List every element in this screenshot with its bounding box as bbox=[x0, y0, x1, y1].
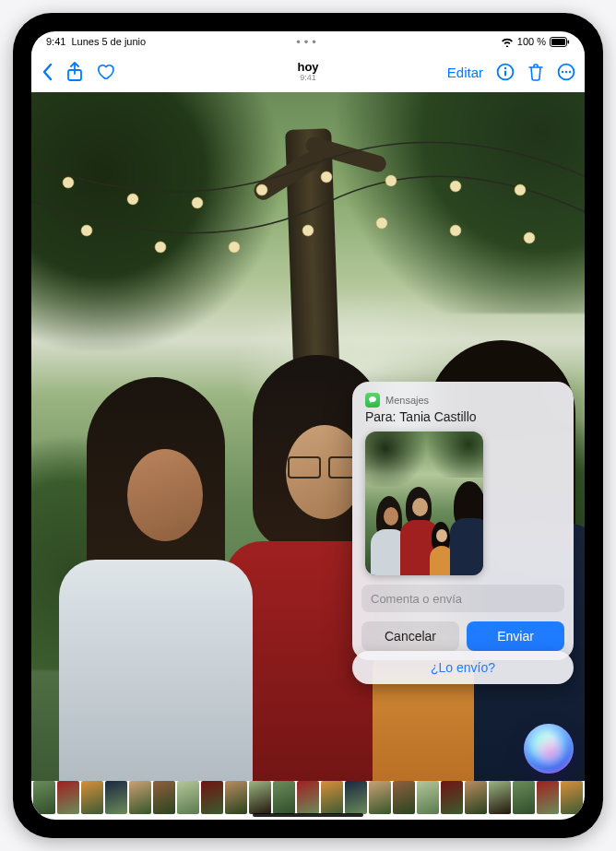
thumbnail[interactable] bbox=[369, 781, 391, 814]
thumbnail[interactable] bbox=[513, 781, 535, 814]
edit-button[interactable]: Editar bbox=[447, 65, 483, 80]
photo-tree-trunk bbox=[285, 128, 340, 388]
share-card-header: Mensajes bbox=[365, 393, 561, 408]
share-to-prefix: Para: bbox=[365, 409, 399, 424]
thumbnail[interactable] bbox=[561, 781, 583, 814]
share-comment-input[interactable] bbox=[361, 585, 564, 612]
thumbnail[interactable] bbox=[345, 781, 367, 814]
svg-point-9 bbox=[565, 71, 567, 73]
nav-bar: hoy 9:41 Editar bbox=[31, 52, 585, 92]
share-preview-thumbnail[interactable] bbox=[365, 431, 483, 575]
siri-orb[interactable] bbox=[524, 724, 574, 774]
status-right: 100 % bbox=[501, 36, 570, 47]
favorite-button[interactable] bbox=[96, 64, 114, 80]
thumbnail[interactable] bbox=[489, 781, 511, 814]
thumbnail[interactable] bbox=[441, 781, 463, 814]
svg-point-8 bbox=[562, 71, 563, 73]
photo-person bbox=[41, 394, 243, 781]
thumbnail[interactable] bbox=[153, 781, 175, 814]
messages-app-icon bbox=[365, 393, 380, 408]
send-button[interactable]: Enviar bbox=[467, 621, 564, 651]
battery-icon bbox=[550, 37, 570, 47]
nav-title: hoy bbox=[297, 61, 318, 74]
photo-foliage bbox=[308, 92, 585, 313]
thumbnail[interactable] bbox=[33, 781, 55, 814]
battery-percent: 100 % bbox=[517, 36, 546, 47]
status-bar: 9:41 Lunes 5 de junio ••• 100 % bbox=[31, 31, 585, 52]
home-indicator[interactable] bbox=[253, 813, 363, 817]
share-to-name: Tania Castillo bbox=[399, 409, 476, 424]
more-button[interactable] bbox=[557, 63, 575, 81]
cancel-button[interactable]: Cancelar bbox=[361, 621, 459, 651]
nav-right-group: Editar bbox=[447, 63, 575, 81]
thumbnail[interactable] bbox=[129, 781, 151, 814]
thumbnail[interactable] bbox=[57, 781, 79, 814]
thumbnail[interactable] bbox=[537, 781, 559, 814]
trash-button[interactable] bbox=[527, 63, 544, 81]
info-button[interactable] bbox=[496, 63, 515, 81]
nav-title-group: hoy 9:41 bbox=[297, 61, 318, 83]
siri-share-card: Mensajes Para: Tania Castillo bbox=[352, 382, 574, 660]
status-left: 9:41 Lunes 5 de junio bbox=[46, 36, 146, 47]
svg-rect-2 bbox=[568, 40, 570, 43]
thumbnail[interactable] bbox=[273, 781, 295, 814]
thumbnail[interactable] bbox=[105, 781, 127, 814]
svg-rect-1 bbox=[551, 39, 565, 45]
wifi-icon bbox=[501, 37, 514, 47]
thumbnail-strip[interactable] bbox=[31, 781, 585, 814]
svg-point-5 bbox=[504, 67, 506, 69]
thumbnail[interactable] bbox=[465, 781, 487, 814]
thumbnail[interactable] bbox=[225, 781, 247, 814]
svg-point-10 bbox=[569, 71, 571, 73]
siri-suggestion-text: ¿Lo envío? bbox=[431, 660, 495, 675]
siri-suggestion-pill[interactable]: ¿Lo envío? bbox=[352, 651, 574, 684]
thumbnail[interactable] bbox=[81, 781, 103, 814]
status-date: Lunes 5 de junio bbox=[71, 36, 146, 47]
share-recipient[interactable]: Para: Tania Castillo bbox=[365, 409, 561, 424]
back-button[interactable] bbox=[41, 63, 53, 81]
share-button[interactable] bbox=[66, 62, 83, 82]
thumbnail[interactable] bbox=[249, 781, 271, 814]
photo-foliage bbox=[31, 92, 290, 350]
thumbnail[interactable] bbox=[177, 781, 199, 814]
thumbnail[interactable] bbox=[201, 781, 223, 814]
svg-rect-6 bbox=[504, 71, 506, 77]
share-button-row: Cancelar Enviar bbox=[361, 621, 564, 651]
multitask-dots[interactable]: ••• bbox=[296, 35, 320, 49]
thumbnail[interactable] bbox=[417, 781, 439, 814]
ipad-device-frame: 9:41 Lunes 5 de junio ••• 100 % bbox=[13, 13, 603, 838]
thumbnail[interactable] bbox=[297, 781, 319, 814]
screen: 9:41 Lunes 5 de junio ••• 100 % bbox=[31, 31, 585, 820]
status-time: 9:41 bbox=[46, 36, 65, 47]
nav-subtitle: 9:41 bbox=[297, 74, 318, 83]
thumbnail[interactable] bbox=[321, 781, 343, 814]
nav-left-group bbox=[41, 62, 114, 82]
share-app-label: Mensajes bbox=[385, 395, 429, 406]
thumbnail[interactable] bbox=[393, 781, 415, 814]
